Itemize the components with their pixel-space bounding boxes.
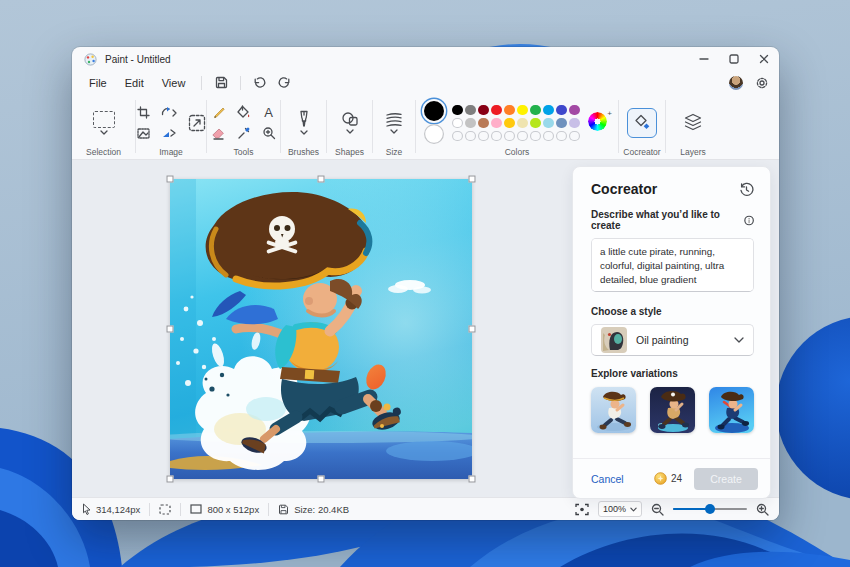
zoom-out-button[interactable] (651, 503, 664, 516)
cancel-link[interactable]: Cancel (591, 473, 624, 485)
shapes-button[interactable] (341, 100, 359, 146)
selection-handle[interactable] (318, 476, 325, 483)
color-swatch[interactable] (543, 105, 554, 116)
describe-label: Describe what you’d like to create (591, 209, 740, 231)
eraser-icon (211, 127, 226, 140)
save-button[interactable] (209, 73, 233, 92)
workspace: Cocreator Describe what you’d like to cr… (72, 160, 779, 497)
empty-color-slot[interactable] (452, 131, 463, 142)
selection-handle[interactable] (469, 476, 476, 483)
canvas[interactable] (170, 179, 472, 479)
selection-size-icon (159, 504, 171, 515)
selection-handle[interactable] (469, 326, 476, 333)
primary-color-swatch[interactable] (424, 101, 444, 121)
selection-handle[interactable] (167, 326, 174, 333)
flip-button[interactable] (159, 124, 180, 142)
style-dropdown[interactable]: Oil painting (591, 324, 754, 356)
menu-edit[interactable]: Edit (116, 75, 153, 91)
color-swatch[interactable] (452, 105, 463, 116)
redo-button[interactable] (272, 73, 296, 92)
fill-tool-button[interactable] (233, 103, 254, 121)
marquee-pattern-icon (137, 128, 150, 139)
selection-handle[interactable] (318, 176, 325, 183)
zoom-slider[interactable] (673, 504, 747, 514)
selection-handle[interactable] (167, 176, 174, 183)
canvas-dimensions-value: 800 x 512px (207, 504, 259, 515)
color-swatch[interactable] (504, 118, 515, 129)
secondary-color-swatch[interactable] (424, 124, 444, 144)
color-swatch[interactable] (452, 118, 463, 129)
cocreator-panel-title: Cocreator (591, 181, 657, 197)
zoom-in-button[interactable] (756, 503, 769, 516)
chevron-down-icon[interactable] (346, 129, 354, 134)
chevron-down-icon[interactable] (390, 129, 398, 134)
color-swatch[interactable] (504, 105, 515, 116)
pencil-tool-button[interactable] (208, 103, 229, 121)
history-icon[interactable] (739, 182, 754, 197)
magnifier-tool-button[interactable] (258, 124, 279, 142)
empty-color-slot[interactable] (517, 131, 528, 142)
color-swatch[interactable] (491, 118, 502, 129)
chevron-down-icon[interactable] (100, 130, 108, 135)
minimize-button[interactable] (689, 47, 719, 71)
selection-handle[interactable] (469, 176, 476, 183)
color-swatch[interactable] (517, 105, 528, 116)
variation-thumbnail-1[interactable] (591, 387, 636, 433)
color-swatch[interactable] (556, 118, 567, 129)
undo-button[interactable] (248, 73, 272, 92)
prompt-textarea[interactable]: a little cute pirate, running, colorful,… (591, 238, 754, 292)
empty-color-slot[interactable] (504, 131, 515, 142)
maximize-button[interactable] (719, 47, 749, 71)
color-swatch[interactable] (543, 118, 554, 129)
edit-colors-button[interactable]: + (588, 112, 610, 134)
empty-color-slot[interactable] (491, 131, 502, 142)
cocreator-footer: Cancel 24 Create (573, 458, 770, 498)
color-swatch[interactable] (465, 105, 476, 116)
zoom-slider-thumb[interactable] (705, 504, 715, 514)
info-icon[interactable] (744, 215, 754, 226)
rotate-button[interactable] (159, 103, 180, 121)
undo-icon (253, 76, 267, 89)
color-swatch[interactable] (478, 105, 489, 116)
color-swatch[interactable] (556, 105, 567, 116)
menu-file[interactable]: File (80, 75, 116, 91)
empty-color-slot[interactable] (556, 131, 567, 142)
empty-color-slot[interactable] (478, 131, 489, 142)
empty-color-slot[interactable] (569, 131, 580, 142)
color-swatch[interactable] (478, 118, 489, 129)
chevron-down-icon[interactable] (300, 130, 308, 135)
menu-view[interactable]: View (153, 75, 195, 91)
size-button[interactable] (385, 100, 403, 146)
variation-thumbnail-3[interactable] (709, 387, 754, 433)
cocreator-button[interactable] (627, 108, 657, 138)
select-pattern-button[interactable] (133, 124, 154, 142)
brushes-button[interactable] (297, 100, 311, 146)
color-swatch[interactable] (491, 105, 502, 116)
selection-tool-button[interactable] (93, 100, 115, 146)
color-swatch[interactable] (517, 118, 528, 129)
eraser-tool-button[interactable] (208, 124, 229, 142)
crop-button[interactable] (133, 103, 154, 121)
color-swatch[interactable] (530, 118, 541, 129)
group-label: Colors (505, 146, 530, 157)
color-swatch[interactable] (465, 118, 476, 129)
group-label: Cocreator (623, 146, 660, 157)
fit-to-screen-button[interactable] (575, 503, 589, 516)
color-swatch[interactable] (569, 118, 580, 129)
text-tool-button[interactable]: A (258, 103, 279, 121)
selection-handle[interactable] (167, 476, 174, 483)
color-swatch[interactable] (530, 105, 541, 116)
settings-gear-icon[interactable] (755, 76, 769, 90)
empty-color-slot[interactable] (530, 131, 541, 142)
variation-thumbnail-2[interactable] (650, 387, 695, 433)
account-avatar[interactable] (729, 76, 743, 90)
layers-button[interactable] (683, 100, 703, 146)
close-button[interactable] (749, 47, 779, 71)
create-button[interactable]: Create (694, 468, 758, 490)
color-palette (451, 103, 581, 142)
color-picker-tool-button[interactable] (233, 124, 254, 142)
zoom-dropdown[interactable]: 100% (598, 501, 642, 517)
empty-color-slot[interactable] (543, 131, 554, 142)
color-swatch[interactable] (569, 105, 580, 116)
empty-color-slot[interactable] (465, 131, 476, 142)
